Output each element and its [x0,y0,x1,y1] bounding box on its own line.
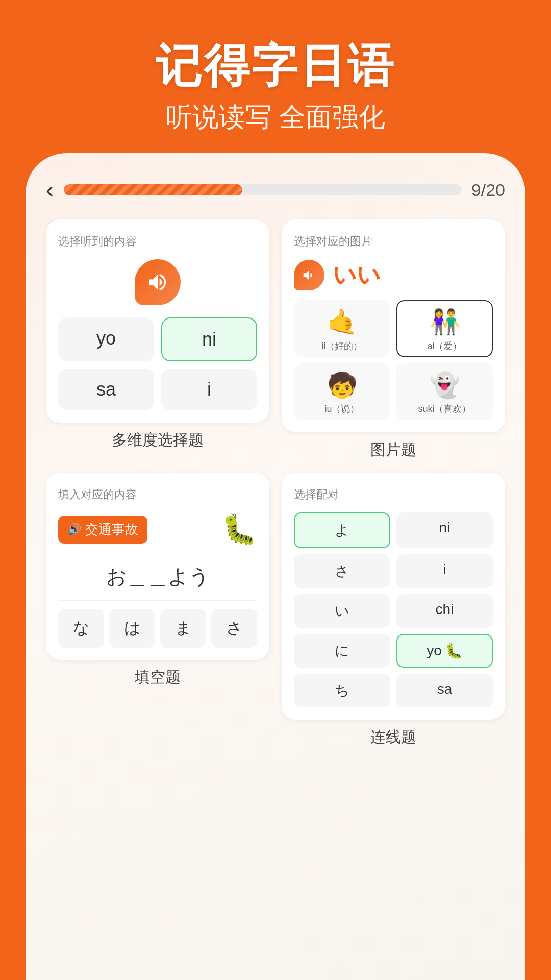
match-right-i[interactable]: i [396,554,493,588]
mc-footer: 多维度选择题 [46,430,269,451]
mascot-icon: 🐛 [221,512,257,546]
speaker-word-icon: 🔊 [67,523,81,536]
fill-card-label: 填入对应的内容 [58,487,257,502]
emoji-ii: 🤙 [299,307,385,337]
match-right-yo[interactable]: yo 🐛 [396,634,493,668]
mc-card-label: 选择听到的内容 [58,234,257,249]
match-left-chi[interactable]: ち [294,674,390,707]
fill-sentence: お＿＿よう [58,555,257,601]
img-choice-ii[interactable]: 🤙 ii（好的） [294,300,390,357]
img-choice-ai[interactable]: 👫 ai（爱） [396,300,493,357]
progress-label: 9/20 [471,180,505,200]
choice-i[interactable]: i [161,369,257,410]
fill-footer: 填空题 [46,667,269,688]
progress-bar [64,184,461,195]
key-ma[interactable]: ま [160,609,206,648]
key-sa[interactable]: さ [211,609,257,648]
choice-ni[interactable]: ni [161,317,257,361]
match-card: 选择配对 よ ni さ i い chi に yo 🐛 ち sa [282,473,505,748]
choice-sa[interactable]: sa [58,369,154,410]
emoji-ai: 👫 [402,307,488,337]
label-iu: iu（说） [299,403,385,415]
label-ii: ii（好的） [299,340,385,352]
key-ha[interactable]: は [109,609,155,648]
match-mascot: 🐛 [445,643,463,659]
phone-frame: ‹ 9/20 选择听到的内容 yo ni sa i [26,153,525,980]
label-ai: ai（爱） [402,340,488,352]
speaker-icon-small[interactable] [294,260,324,290]
app-subtitle: 听说读写 全面强化 [20,100,531,135]
kana-keyboard: な は ま さ [58,609,257,648]
cards-grid: 选择听到的内容 yo ni sa i 多维度选择题 选择对应的图片 [46,219,505,748]
img-choice-iu[interactable]: 🧒 iu（说） [294,363,390,421]
audio-word-row: 🔊 交通事故 🐛 [58,512,257,546]
audio-word-button[interactable]: 🔊 交通事故 [58,516,147,544]
img-card-label: 选择对应的图片 [294,234,493,249]
key-na[interactable]: な [58,609,104,648]
match-footer: 连线题 [282,727,505,748]
match-left-sa[interactable]: さ [294,554,390,588]
progress-fill [64,184,243,195]
match-card-label: 选择配对 [294,487,493,502]
speaker-kana-row: いい [294,259,493,291]
match-grid: よ ni さ i い chi に yo 🐛 ち sa [294,512,493,707]
match-right-ni[interactable]: ni [396,512,493,548]
match-right-sa[interactable]: sa [396,674,493,707]
back-button[interactable]: ‹ [46,179,54,201]
app-title: 记得字日语 [20,41,531,91]
img-footer: 图片题 [282,439,505,460]
image-choice-grid: 🤙 ii（好的） 👫 ai（爱） 🧒 iu（说） 👻 suki（喜欢） [294,300,493,420]
match-yo-text: yo [427,643,442,659]
label-suki: suki（喜欢） [402,403,488,415]
image-choice-card: 选择对应的图片 いい 🤙 ii（好的） 👫 [282,219,505,460]
speaker-icon-big[interactable] [135,259,181,305]
progress-row: ‹ 9/20 [46,179,505,201]
match-left-yo[interactable]: よ [294,512,390,548]
multiple-choice-card: 选择听到的内容 yo ni sa i 多维度选择题 [46,219,269,460]
audio-word-text: 交通事故 [85,521,138,538]
header: 记得字日语 听说读写 全面强化 [0,0,551,156]
choice-yo[interactable]: yo [58,317,154,361]
match-left-ni[interactable]: に [294,634,390,668]
emoji-iu: 🧒 [299,371,385,400]
match-left-i[interactable]: い [294,594,390,628]
choice-grid: yo ni sa i [58,317,257,410]
emoji-suki: 👻 [402,371,488,400]
kana-display: いい [333,259,381,291]
img-choice-suki[interactable]: 👻 suki（喜欢） [396,363,493,421]
fill-blank-card: 填入对应的内容 🔊 交通事故 🐛 お＿＿よう な は ま さ 填空题 [46,473,269,748]
match-right-chi[interactable]: chi [396,594,493,628]
